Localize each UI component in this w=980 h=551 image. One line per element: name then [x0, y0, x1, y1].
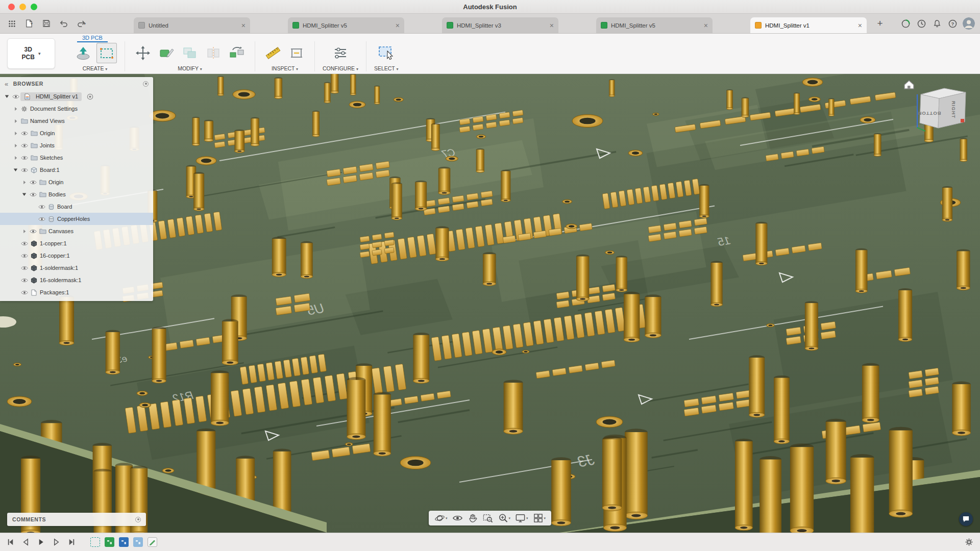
timeline-step-forward-button[interactable]: [52, 538, 61, 546]
browser-row-16-soldermask-1[interactable]: 16-soldermask:1: [0, 274, 153, 286]
timeline-chip-select-marker[interactable]: [90, 537, 100, 547]
close-tab-icon[interactable]: ×: [241, 22, 246, 29]
visibility-eye-icon[interactable]: [19, 290, 29, 295]
browser-row-1-soldermask-1[interactable]: 1-soldermask:1: [0, 262, 153, 274]
close-tab-icon[interactable]: ×: [704, 22, 708, 29]
tool-combine-button[interactable]: [180, 43, 200, 63]
tool-section-button[interactable]: [286, 43, 307, 63]
tool-measure-button[interactable]: [263, 43, 283, 63]
timeline-chip-board-feature[interactable]: [105, 537, 114, 547]
visibility-eye-icon[interactable]: [19, 265, 29, 271]
activate-component-radio[interactable]: [87, 93, 93, 100]
tree-caret-icon[interactable]: [20, 192, 28, 196]
notifications-bell-icon[interactable]: [933, 19, 942, 29]
timeline-chip-copper-feature[interactable]: [119, 537, 129, 547]
browser-row-board-1[interactable]: Board:1: [0, 164, 153, 176]
minimize-window-button[interactable]: [19, 4, 26, 10]
tree-caret-icon[interactable]: [12, 107, 19, 111]
visibility-eye-icon[interactable]: [19, 143, 29, 148]
timeline-play-button[interactable]: [37, 538, 45, 546]
pan-tool-icon[interactable]: [466, 512, 478, 524]
tree-caret-icon[interactable]: [12, 119, 19, 123]
visibility-eye-icon[interactable]: [19, 155, 29, 161]
toolbar-group-label[interactable]: CREATE ▾: [83, 65, 108, 71]
browser-row-origin[interactable]: Origin: [0, 127, 153, 139]
orbit-tool-icon[interactable]: ▾: [433, 512, 449, 524]
visibility-eye-icon[interactable]: [19, 131, 29, 136]
grid-tool-icon[interactable]: ▾: [532, 512, 547, 524]
viewcube[interactable]: BOTTOM RIGHT: [902, 77, 969, 138]
browser-row-hdmi-splitter-v1[interactable]: HDMI_Splitter v1: [0, 90, 153, 103]
tool-replace-button[interactable]: [227, 43, 247, 63]
browser-row-named-views[interactable]: Named Views: [0, 115, 153, 127]
tree-caret-icon[interactable]: [12, 131, 19, 136]
look-at-tool-icon[interactable]: [451, 512, 463, 524]
visibility-eye-icon[interactable]: [37, 216, 46, 222]
tool-move-button[interactable]: [133, 43, 153, 63]
zoom-tool-icon[interactable]: ▾: [496, 512, 511, 524]
tree-caret-icon[interactable]: [12, 156, 19, 160]
panel-menu-dot-icon[interactable]: [143, 81, 149, 87]
browser-row-document-settings[interactable]: Document Settings: [0, 103, 153, 115]
tree-caret-icon[interactable]: [20, 229, 28, 234]
tool-align-button[interactable]: [203, 43, 224, 63]
browser-row-joints[interactable]: Joints: [0, 139, 153, 152]
browser-row-board[interactable]: Board: [0, 201, 153, 213]
apps-grid-icon[interactable]: [5, 17, 18, 30]
feedback-button[interactable]: [959, 512, 973, 526]
document-tab-2[interactable]: HDMI_Splitter v5×: [288, 17, 404, 33]
comments-menu-dot-icon[interactable]: [135, 517, 141, 522]
browser-row-packages-1[interactable]: Packages:1: [0, 286, 153, 298]
document-tab-4[interactable]: HDMI_Splitter v5×: [596, 17, 713, 33]
document-tab-5[interactable]: HDMI_Splitter v1×: [750, 17, 867, 33]
timeline-skip-end-button[interactable]: [67, 538, 76, 546]
close-tab-icon[interactable]: ×: [858, 22, 862, 29]
zoom-window-tool-icon[interactable]: [481, 512, 494, 524]
document-tab-3[interactable]: HDMI_Splitter v3×: [442, 17, 558, 33]
visibility-eye-icon[interactable]: [28, 229, 38, 234]
timeline-settings-gear[interactable]: [965, 538, 973, 546]
visibility-eye-icon[interactable]: [19, 278, 29, 283]
visibility-eye-icon[interactable]: [28, 192, 38, 197]
timeline-skip-start-button[interactable]: [6, 538, 15, 546]
history-icon[interactable]: [917, 19, 926, 29]
browser-row-bodies[interactable]: Bodies: [0, 188, 153, 201]
close-tab-icon[interactable]: ×: [396, 22, 400, 29]
timeline-chip-sketch-feature[interactable]: [148, 537, 157, 547]
tree-caret-icon[interactable]: [12, 143, 19, 148]
viewport-3d[interactable]: U5J3R1215C7e3 « BROWSER HDMI_Splitter v1…: [0, 74, 980, 533]
save-icon[interactable]: [40, 17, 53, 30]
browser-row-16-copper-1[interactable]: 16-copper:1: [0, 249, 153, 262]
tree-caret-icon[interactable]: [12, 168, 19, 172]
tool-create-sketch-button[interactable]: [96, 43, 117, 63]
tool-select-button[interactable]: [376, 43, 397, 63]
timeline-chip-soldermask-feature[interactable]: [133, 537, 143, 547]
toolbar-group-label[interactable]: CONFIGURE ▾: [323, 65, 358, 71]
close-tab-icon[interactable]: ×: [550, 22, 554, 29]
browser-row-canvases[interactable]: Canvases: [0, 225, 153, 237]
file-menu-icon[interactable]: ▾: [22, 17, 36, 30]
collapse-panel-icon[interactable]: «: [5, 80, 9, 88]
visibility-eye-icon[interactable]: [11, 94, 20, 99]
tool-configure-button[interactable]: [330, 43, 351, 63]
browser-row-copperholes[interactable]: CopperHoles: [0, 213, 153, 225]
redo-icon[interactable]: ▾: [75, 17, 88, 30]
visibility-eye-icon[interactable]: [37, 204, 46, 210]
close-window-button[interactable]: [8, 4, 15, 10]
tree-caret-icon[interactable]: [20, 180, 28, 185]
timeline-step-back-button[interactable]: [21, 538, 30, 546]
browser-row-sketches[interactable]: Sketches: [0, 152, 153, 164]
visibility-eye-icon[interactable]: [28, 180, 38, 185]
visibility-eye-icon[interactable]: [19, 241, 29, 246]
undo-icon[interactable]: [57, 17, 70, 30]
active-document-pill[interactable]: HDMI_Splitter v1: [20, 92, 82, 101]
new-tab-button[interactable]: +: [874, 17, 886, 30]
help-icon[interactable]: ?: [948, 19, 958, 29]
comments-bar[interactable]: COMMENTS: [7, 513, 146, 526]
document-tab-1[interactable]: Untitled×: [134, 17, 250, 33]
browser-row-origin[interactable]: Origin: [0, 176, 153, 188]
display-tool-icon[interactable]: ▾: [514, 512, 529, 524]
toolbar-group-label[interactable]: INSPECT ▾: [272, 65, 298, 71]
tool-edit-board-button[interactable]: [156, 43, 177, 63]
toolbar-group-label[interactable]: MODIFY ▾: [178, 65, 202, 71]
